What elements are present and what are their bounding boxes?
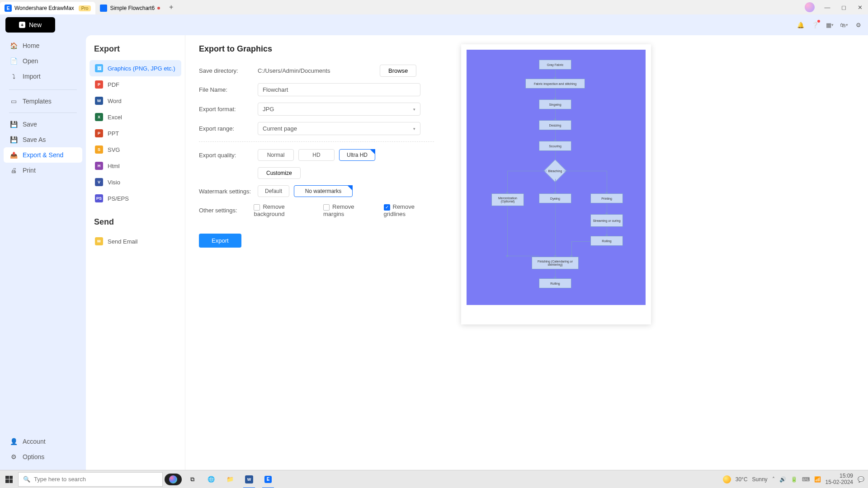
nav-options[interactable]: ⚙Options — [4, 449, 82, 465]
taskbar-explorer[interactable]: 📁 — [222, 470, 239, 488]
flowchart-node: Streaming or curing — [590, 214, 623, 227]
nav-account[interactable]: 👤Account — [4, 434, 82, 449]
minimize-button[interactable]: — — [819, 0, 835, 14]
tray-clock[interactable]: 15:09 15-02-2024 — [826, 473, 853, 485]
nav-account-label: Account — [23, 438, 46, 445]
apps-icon[interactable]: ▦▾ — [826, 21, 834, 29]
nav-save-as[interactable]: 💾Save As — [4, 132, 82, 147]
filename-label: File Name: — [199, 86, 258, 93]
tray-wifi-icon[interactable]: 📶 — [814, 476, 821, 483]
export-pseps[interactable]: PSPS/EPS — [90, 190, 181, 206]
flowchart-node: Fabric inspection and stitching — [525, 79, 585, 89]
bell-icon[interactable]: 🔔 — [797, 21, 805, 29]
send-email[interactable]: ✉Send Email — [90, 233, 181, 249]
format-select[interactable]: JPG▾ — [258, 103, 420, 116]
nav-print[interactable]: 🖨Print — [4, 163, 82, 178]
filename-input[interactable] — [258, 83, 420, 96]
export-pseps-label: PS/EPS — [108, 195, 129, 202]
taskbar-word[interactable]: W — [241, 470, 258, 488]
folder-icon: 📄 — [10, 57, 17, 65]
quality-hd[interactable]: HD — [298, 149, 335, 161]
customize-button[interactable]: Customize — [258, 167, 301, 179]
quality-label: Export quality: — [199, 152, 258, 159]
browse-button[interactable]: Browse — [380, 65, 416, 77]
export-html[interactable]: HHtml — [90, 158, 181, 174]
app-tab[interactable]: E Wondershare EdrawMax Pro — [0, 2, 95, 14]
range-label: Export range: — [199, 125, 258, 132]
quality-ultra-hd[interactable]: Ultra HD — [339, 149, 375, 161]
settings-icon[interactable]: ⚙ — [854, 21, 863, 29]
taskbar-copilot[interactable] — [165, 470, 182, 488]
edge-icon: 🌐 — [208, 476, 215, 483]
new-tab-button[interactable]: + — [165, 3, 178, 11]
new-button-label: New — [29, 21, 42, 28]
watermark-none[interactable]: No watermarks — [294, 185, 353, 197]
other-label: Other settings: — [199, 207, 254, 214]
tray-volume-icon[interactable]: 🔊 — [779, 476, 786, 483]
send-title: Send — [90, 217, 181, 233]
search-icon: 🔍 — [23, 476, 30, 483]
help-icon[interactable]: ❔ — [811, 21, 819, 29]
weather-icon — [723, 475, 731, 483]
nav-save-as-label: Save As — [23, 136, 46, 143]
tray-notifications-icon[interactable]: 💬 — [858, 476, 864, 483]
tray-weather[interactable]: Sunny — [752, 476, 768, 483]
export-graphics[interactable]: 🖼Graphics (PNG, JPG etc.) — [90, 60, 181, 76]
taskbar-search[interactable]: 🔍Type here to search — [18, 472, 163, 487]
pseps-icon: PS — [95, 194, 103, 202]
export-title: Export — [90, 44, 181, 60]
start-button[interactable] — [0, 470, 18, 488]
nav-options-label: Options — [23, 453, 44, 460]
remove-bg-checkbox[interactable]: Remove background — [254, 203, 312, 217]
chevron-down-icon: ▾ — [413, 107, 415, 112]
nav-open-label: Open — [23, 57, 38, 65]
tray-temp[interactable]: 30°C — [736, 476, 748, 483]
system-tray: 30°C Sunny ˄ 🔊 🔋 ⌨ 📶 15:09 15-02-2024 💬 — [723, 473, 868, 485]
watermark-default[interactable]: Default — [258, 185, 289, 197]
close-button[interactable]: ✕ — [852, 0, 868, 14]
remove-gridlines-checkbox[interactable]: ✓Remove gridlines — [384, 203, 434, 217]
nav-export-send[interactable]: 📤Export & Send — [4, 147, 82, 163]
nav-templates[interactable]: ▭Templates — [4, 94, 82, 109]
tray-time: 15:09 — [826, 473, 853, 479]
nav-import-label: Import — [23, 73, 41, 80]
flowchart-node: Singeing — [539, 99, 571, 109]
quality-normal[interactable]: Normal — [258, 149, 294, 161]
nav-home[interactable]: 🏠Home — [4, 38, 82, 53]
export-svg[interactable]: SSVG — [90, 141, 181, 158]
taskbar-edge[interactable]: 🌐 — [203, 470, 220, 488]
nav-open[interactable]: 📄Open — [4, 53, 82, 69]
export-excel[interactable]: XExcel — [90, 109, 181, 125]
tray-input-icon[interactable]: ⌨ — [802, 476, 810, 483]
export-button[interactable]: Export — [199, 234, 241, 248]
taskbar-edrawmax[interactable]: E — [259, 470, 277, 488]
plus-icon: + — [19, 22, 25, 28]
export-visio[interactable]: VVisio — [90, 174, 181, 190]
unsaved-dot-icon — [157, 7, 160, 9]
taskbar-taskview[interactable]: ⧉ — [184, 470, 201, 488]
windows-taskbar: 🔍Type here to search ⧉ 🌐 📁 W E 30°C Sunn… — [0, 470, 868, 488]
maximize-button[interactable]: ◻ — [835, 0, 852, 14]
tray-battery-icon[interactable]: 🔋 — [791, 476, 797, 483]
watermark-label: Watermark settings: — [199, 188, 258, 195]
remove-margins-checkbox[interactable]: Remove margins — [323, 203, 373, 217]
new-button[interactable]: + New — [5, 17, 55, 33]
document-tab[interactable]: Simple Flowchart6 — [95, 2, 165, 14]
visio-icon: V — [95, 178, 103, 186]
windows-icon — [5, 476, 13, 483]
export-pdf[interactable]: PPDF — [90, 76, 181, 93]
pdf-icon: P — [95, 80, 103, 89]
tray-chevron-up-icon[interactable]: ˄ — [772, 476, 775, 483]
nav-export-send-label: Export & Send — [23, 151, 63, 159]
export-pdf-label: PDF — [108, 81, 119, 88]
nav-import[interactable]: ⤵Import — [4, 69, 82, 84]
edrawmax-icon: E — [5, 5, 12, 12]
chevron-down-icon: ▾ — [413, 127, 415, 131]
export-ppt[interactable]: PPPT — [90, 125, 181, 141]
store-icon[interactable]: 🛍▾ — [840, 21, 848, 29]
range-select[interactable]: Current page▾ — [258, 122, 420, 135]
user-avatar[interactable] — [805, 2, 815, 12]
nav-save[interactable]: 💾Save — [4, 117, 82, 132]
export-word[interactable]: WWord — [90, 93, 181, 109]
preview-frame: Gray Fabric Fabric inspection and stitch… — [461, 44, 651, 324]
